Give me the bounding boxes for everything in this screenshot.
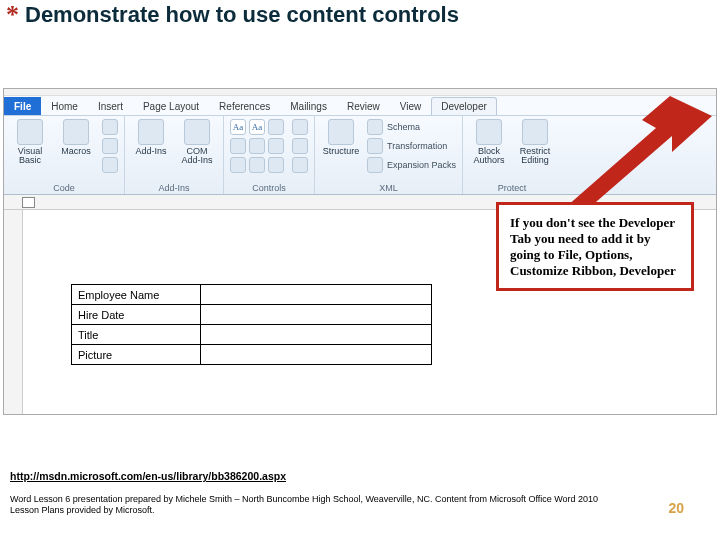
- group-label-controls: Controls: [230, 182, 308, 193]
- cell-picture: Picture: [72, 345, 201, 365]
- tab-file[interactable]: File: [4, 97, 41, 115]
- record-macro-icon[interactable]: [102, 119, 118, 135]
- restrict-editing-icon: [522, 119, 548, 145]
- controls-gallery: Aa Aa: [230, 119, 284, 173]
- slide: * Demonstrate how to use content control…: [0, 0, 720, 540]
- vertical-ruler: [4, 210, 23, 415]
- callout-box: If you don't see the Developer Tab you n…: [496, 202, 694, 291]
- cell-hire-date: Hire Date: [72, 305, 201, 325]
- table-row: Picture: [72, 345, 432, 365]
- addins-button[interactable]: Add-Ins: [131, 119, 171, 156]
- dropdown-control-icon[interactable]: [230, 157, 246, 173]
- tab-insert[interactable]: Insert: [88, 97, 133, 115]
- cell-picture-value[interactable]: [201, 345, 432, 365]
- callout-text: If you don't see the Developer Tab you n…: [510, 215, 676, 278]
- buildingblock-control-icon[interactable]: [230, 138, 246, 154]
- legacy-tools-icon[interactable]: [268, 157, 284, 173]
- group-label-code: Code: [10, 182, 118, 193]
- vb-icon: [17, 119, 43, 145]
- cell-title-value[interactable]: [201, 325, 432, 345]
- transformation-button[interactable]: Transformation: [367, 138, 456, 154]
- table-row: Title: [72, 325, 432, 345]
- cell-hire-date-value[interactable]: [201, 305, 432, 325]
- tab-view[interactable]: View: [390, 97, 432, 115]
- combobox-control-icon[interactable]: [268, 138, 284, 154]
- tab-page-layout[interactable]: Page Layout: [133, 97, 209, 115]
- addins-icon: [138, 119, 164, 145]
- slide-title: Demonstrate how to use content controls: [25, 2, 459, 28]
- macros-icon: [63, 119, 89, 145]
- tab-references[interactable]: References: [209, 97, 280, 115]
- group-protect: Block Authors Restrict Editing Protect: [463, 116, 561, 194]
- group-xml: Structure Schema Transformation Expansio…: [315, 116, 463, 194]
- pause-macro-icon[interactable]: [102, 138, 118, 154]
- com-addins-button[interactable]: COM Add-Ins: [177, 119, 217, 166]
- richtext-control-icon[interactable]: Aa: [230, 119, 246, 135]
- title-row: * Demonstrate how to use content control…: [0, 0, 720, 28]
- datepicker-control-icon[interactable]: [249, 157, 265, 173]
- structure-icon: [328, 119, 354, 145]
- structure-button[interactable]: Structure: [321, 119, 361, 156]
- picture-control-icon[interactable]: [268, 119, 284, 135]
- tab-developer[interactable]: Developer: [431, 97, 497, 115]
- design-mode-icon[interactable]: [292, 119, 308, 135]
- slide-number: 20: [668, 500, 684, 516]
- plaintext-control-icon[interactable]: Aa: [249, 119, 265, 135]
- credit-text: Word Lesson 6 presentation prepared by M…: [10, 494, 600, 517]
- schema-icon: [367, 119, 383, 135]
- checkbox-control-icon[interactable]: [249, 138, 265, 154]
- tab-mailings[interactable]: Mailings: [280, 97, 337, 115]
- expansion-icon: [367, 157, 383, 173]
- cell-employee-name-value[interactable]: [201, 285, 432, 305]
- window-titlebar: [4, 89, 716, 96]
- ribbon-tabstrip: File Home Insert Page Layout References …: [4, 96, 716, 115]
- group-controls: Aa Aa Co: [224, 116, 315, 194]
- properties-icon[interactable]: [292, 138, 308, 154]
- cell-employee-name: Employee Name: [72, 285, 201, 305]
- group-label-xml: XML: [321, 182, 456, 193]
- group-control-icon[interactable]: [292, 157, 308, 173]
- transformation-icon: [367, 138, 383, 154]
- restrict-editing-button[interactable]: Restrict Editing: [515, 119, 555, 166]
- tab-review[interactable]: Review: [337, 97, 390, 115]
- tab-home[interactable]: Home: [41, 97, 88, 115]
- expansion-packs-button[interactable]: Expansion Packs: [367, 157, 456, 173]
- asterisk-icon: *: [6, 2, 19, 28]
- block-authors-button[interactable]: Block Authors: [469, 119, 509, 166]
- group-label-protect: Protect: [469, 182, 555, 193]
- visual-basic-button[interactable]: Visual Basic: [10, 119, 50, 166]
- com-addins-icon: [184, 119, 210, 145]
- schema-button[interactable]: Schema: [367, 119, 456, 135]
- form-table: Employee Name Hire Date Title Picture: [71, 284, 432, 365]
- ribbon-body: Visual Basic Macros Code Add-Ins COM Add…: [4, 115, 716, 195]
- table-row: Employee Name: [72, 285, 432, 305]
- table-row: Hire Date: [72, 305, 432, 325]
- cell-title: Title: [72, 325, 201, 345]
- group-addins: Add-Ins COM Add-Ins Add-Ins: [125, 116, 224, 194]
- block-authors-icon: [476, 119, 502, 145]
- group-code: Visual Basic Macros Code: [4, 116, 125, 194]
- reference-link[interactable]: http://msdn.microsoft.com/en-us/library/…: [10, 470, 286, 482]
- macro-security-icon[interactable]: [102, 157, 118, 173]
- macros-button[interactable]: Macros: [56, 119, 96, 156]
- group-label-addins: Add-Ins: [131, 182, 217, 193]
